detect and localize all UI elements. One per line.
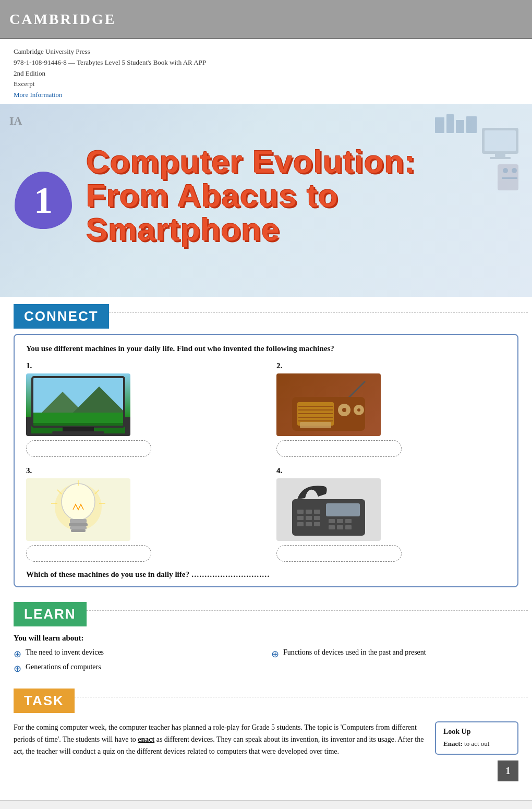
hero-title: Computer Evolution: From Abacus to Smart… [86, 144, 416, 246]
connect-question: You use different machines in your daily… [26, 344, 506, 353]
svg-rect-47 [306, 510, 312, 514]
globe-icon-3: ⊕ [271, 647, 279, 661]
learn-label: LEARN [24, 606, 76, 622]
hero-section: IA 1 Computer Evolution: From Abacus to … [0, 104, 532, 297]
learn-item-2-text: Generations of computers [26, 661, 101, 672]
answer-box-2[interactable] [276, 440, 402, 457]
daily-life-question: Which of these machines do you use in da… [26, 570, 506, 579]
svg-rect-46 [297, 510, 304, 514]
connect-box: You use different machines in your daily… [14, 334, 518, 587]
footer-bar: © in this web service Cambridge Universi… [0, 800, 532, 809]
svg-rect-19 [52, 431, 104, 433]
learn-bar: LEARN [14, 602, 87, 626]
connect-item-4: 4. [276, 466, 506, 562]
lookup-def-bold: Enact: [443, 740, 463, 747]
svg-rect-56 [337, 519, 343, 523]
learn-content: You will learn about: ⊕ The need to inve… [0, 629, 532, 681]
item-num-1: 1. [26, 361, 256, 370]
title-line1: Computer Evolution: [86, 144, 416, 178]
page-wrapper: Cambridge Cambridge University Press 978… [0, 0, 532, 809]
connect-row: CONNECT [0, 297, 532, 329]
svg-rect-11 [502, 177, 517, 179]
task-section: TASK For the coming computer week, the c… [0, 681, 532, 766]
svg-point-10 [512, 168, 517, 173]
task-label: TASK [24, 693, 64, 709]
svg-rect-59 [337, 525, 343, 529]
svg-rect-55 [329, 519, 335, 523]
meta-section: Cambridge University Press 978-1-108-914… [0, 39, 532, 104]
connect-dashed-line [109, 312, 528, 313]
task-row: TASK [0, 681, 532, 713]
lookup-definition: Enact: to act out [443, 739, 510, 748]
page-number: 1 [498, 760, 518, 781]
chapter-number: 1 [34, 182, 53, 219]
globe-icon-2: ⊕ [14, 662, 21, 676]
connect-label: CONNECT [24, 308, 99, 324]
svg-rect-7 [490, 157, 511, 159]
svg-rect-60 [345, 525, 352, 529]
answer-box-3[interactable] [26, 545, 151, 562]
connect-section: CONNECT You use different machines in yo… [0, 297, 532, 587]
learn-items: ⊕ The need to invent devices ⊕ Generatio… [14, 647, 518, 676]
globe-icon-1: ⊕ [14, 647, 21, 661]
svg-rect-48 [314, 510, 320, 514]
meta-line4: Excerpt [14, 79, 518, 90]
learn-item-1-text: The need to invent devices [26, 647, 104, 658]
svg-rect-51 [314, 516, 320, 520]
connect-items-grid: 1. [26, 361, 506, 562]
lookup-title: Look Up [443, 728, 510, 736]
brand-title: Cambridge [9, 11, 116, 28]
svg-rect-58 [329, 525, 335, 529]
hero-ia-label: IA [9, 114, 22, 128]
svg-rect-57 [345, 519, 352, 523]
learn-item-1: ⊕ The need to invent devices [14, 647, 261, 661]
svg-rect-32 [300, 422, 331, 428]
learn-dashed-line [87, 610, 528, 611]
item-image-2 [276, 373, 381, 436]
connect-item-3: 3. [26, 466, 256, 562]
answer-box-1[interactable] [26, 440, 151, 457]
learn-item-3: ⊕ Functions of devices used in the past … [271, 647, 518, 661]
item-num-4: 4. [276, 466, 506, 475]
learn-item-2: ⊕ Generations of computers [14, 661, 261, 676]
connect-item-1: 1. [26, 361, 256, 457]
task-dashed-line [75, 697, 528, 697]
svg-point-9 [503, 168, 508, 173]
svg-rect-50 [306, 516, 312, 520]
learn-section: LEARN You will learn about: ⊕ The need t… [0, 595, 532, 681]
learn-left-col: ⊕ The need to invent devices ⊕ Generatio… [14, 647, 261, 676]
svg-point-34 [62, 484, 95, 520]
svg-rect-0 [435, 117, 444, 133]
svg-rect-45 [326, 503, 360, 516]
connect-item-2: 2. [276, 361, 506, 457]
hero-decorations [430, 112, 524, 198]
item-image-3 [26, 478, 130, 541]
svg-rect-36 [69, 523, 88, 526]
svg-rect-5 [485, 130, 516, 151]
svg-rect-1 [446, 114, 454, 133]
learn-heading: You will learn about: [14, 634, 518, 643]
task-content: For the coming computer week, the comput… [0, 715, 532, 766]
svg-rect-53 [306, 522, 312, 526]
lookup-box: Look Up Enact: to act out [435, 721, 518, 755]
svg-rect-37 [70, 526, 87, 529]
task-paragraph: For the coming computer week, the comput… [14, 721, 425, 757]
learn-right-col: ⊕ Functions of devices used in the past … [271, 647, 518, 676]
svg-rect-49 [297, 516, 304, 520]
task-bar: TASK [14, 689, 75, 713]
title-line2: From Abacus to [86, 178, 416, 212]
meta-line3: 2nd Edition [14, 68, 518, 79]
svg-point-31 [357, 408, 360, 412]
title-line3: Smartphone [86, 212, 416, 246]
cambridge-header: Cambridge [0, 0, 532, 39]
item-num-3: 3. [26, 466, 256, 475]
meta-line2: 978-1-108-91446-8 — Terabytes Level 5 St… [14, 57, 518, 68]
lookup-def-text: to act out [463, 740, 490, 747]
svg-rect-6 [495, 154, 505, 157]
connect-bar: CONNECT [14, 304, 109, 329]
more-info-link[interactable]: More Information [14, 91, 63, 99]
svg-rect-52 [297, 522, 304, 526]
enact-word: enact [138, 735, 154, 743]
answer-box-4[interactable] [276, 545, 402, 562]
item-num-2: 2. [276, 361, 506, 370]
